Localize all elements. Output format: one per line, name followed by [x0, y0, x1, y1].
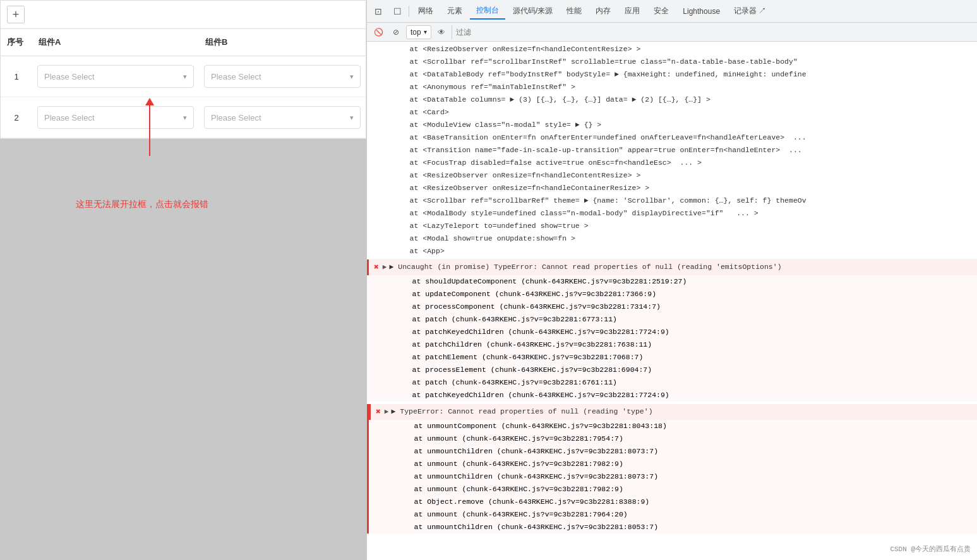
- stack-line: at patch (chunk-643RKEHC.js?v=9c3b2281:6…: [367, 313, 977, 326]
- row-num-2: 2: [1, 110, 32, 125]
- error-header-2: ✖ ▶ ▶ TypeError: Cannot read properties …: [369, 404, 977, 420]
- dropdown-arrow-icon: ▾: [424, 28, 427, 35]
- device-icon-btn[interactable]: ☐: [388, 3, 406, 20]
- eye-icon-btn[interactable]: 👁: [434, 25, 449, 40]
- error-block-1: ✖ ▶ ▶ Uncaught (in promise) TypeError: C…: [367, 259, 977, 402]
- tab-sources[interactable]: 源代码/来源: [506, 3, 559, 19]
- filter-input[interactable]: [452, 25, 973, 39]
- stack-line: at patchKeyedChildren (chunk-643RKEHC.js…: [367, 389, 977, 402]
- stack-line: at processElement (chunk-643RKEHC.js?v=9…: [367, 364, 977, 376]
- console-line: at <App>: [367, 245, 977, 258]
- error-text-2: ▶ TypeError: Cannot read properties of n…: [391, 406, 652, 417]
- select-a-1[interactable]: Please Select ▾: [37, 65, 194, 88]
- stack-line: at patchKeyedChildren (chunk-643RKEHC.js…: [367, 326, 977, 338]
- watermark: CSDN @今天的西瓜有点贵: [890, 544, 971, 554]
- add-button[interactable]: +: [7, 6, 25, 23]
- select-a-1-wrapper: Please Select ▾: [32, 63, 199, 90]
- console-line: at <Anonymous ref="mainTableInstRef" >: [367, 81, 977, 93]
- select-a-2-wrapper: Please Select ▾: [32, 104, 199, 131]
- console-output: at <ResizeObserver onResize=fn<handleCon…: [367, 42, 977, 560]
- error-icon: ✖: [374, 262, 379, 273]
- console-line: at <ResizeObserver onResize=fn<handleCon…: [367, 43, 977, 56]
- stack-line: at Object.remove (chunk-643RKEHC.js?v=9c…: [369, 496, 977, 508]
- col-header-num: 序号: [1, 34, 32, 51]
- stack-line: at updateComponent (chunk-643RKEHC.js?v=…: [367, 288, 977, 301]
- table-container: + 序号 组件A 组件B 1 Please Select ▾ Please Se…: [0, 0, 366, 139]
- stack-line: at patchChildren (chunk-643RKEHC.js?v=9c…: [367, 338, 977, 351]
- console-line: at <DataTableBody ref="bodyInstRef" body…: [367, 68, 977, 81]
- select-b-2-wrapper: Please Select ▾: [199, 104, 366, 131]
- tab-performance[interactable]: 性能: [560, 3, 588, 19]
- stack-line: at processComponent (chunk-643RKEHC.js?v…: [367, 301, 977, 313]
- error-header-1: ✖ ▶ ▶ Uncaught (in promise) TypeError: C…: [367, 259, 977, 275]
- select-a-2-label: Please Select: [44, 113, 95, 122]
- table-header: 序号 组件A 组件B: [1, 29, 366, 56]
- console-line: at <ModuleView class="n-modal" style= ► …: [367, 119, 977, 131]
- select-a-2[interactable]: Please Select ▾: [37, 106, 194, 129]
- stack-trace-block: at <ResizeObserver onResize=fn<handleCon…: [367, 42, 977, 259]
- stack-line: at unmount (chunk-643RKEHC.js?v=9c3b2281…: [369, 458, 977, 470]
- console-line: at <LazyTeleport to=undefined show=true …: [367, 220, 977, 232]
- inspect-icon-btn[interactable]: ⊡: [369, 3, 387, 20]
- filter-icon-btn[interactable]: ⊘: [388, 25, 404, 40]
- tab-lighthouse[interactable]: Lighthouse: [676, 4, 726, 18]
- error-icon: ✖: [376, 407, 381, 418]
- devtools-tabs-bar: ⊡ ☐ 网络 元素 控制台 源代码/来源 性能 内存 应用 安全 Lightho…: [367, 0, 977, 23]
- console-line: at <FocusTrap disabled=false active=true…: [367, 157, 977, 169]
- console-line: at <Scrollbar ref="scrollbarInstRef" scr…: [367, 56, 977, 68]
- console-line: at <DataTable columns= ► (3) [{…}, {…}, …: [367, 93, 977, 106]
- tab-security[interactable]: 安全: [647, 3, 675, 19]
- col-header-b: 组件B: [199, 34, 366, 51]
- stack-line: at unmountComponent (chunk-643RKEHC.js?v…: [369, 420, 977, 432]
- console-line: at <Card>: [367, 106, 977, 119]
- error1-stack: at shouldUpdateComponent (chunk-643RKEHC…: [367, 275, 977, 402]
- select-a-1-label: Please Select: [44, 72, 95, 81]
- error-text-1: ▶ Uncaught (in promise) TypeError: Canno…: [389, 261, 781, 273]
- chevron-down-icon: ▾: [183, 114, 187, 122]
- tab-network[interactable]: 网络: [412, 3, 440, 19]
- col-header-a: 组件A: [32, 34, 199, 51]
- expand-icon[interactable]: ▶: [383, 261, 387, 273]
- tab-memory[interactable]: 内存: [589, 3, 617, 19]
- devtools-toolbar: 🚫 ⊘ top ▾ 👁: [367, 23, 977, 42]
- stack-line: at unmount (chunk-643RKEHC.js?v=9c3b2281…: [369, 508, 977, 521]
- stack-line: at patchElement (chunk-643RKEHC.js?v=9c3…: [367, 351, 977, 364]
- top-select[interactable]: top ▾: [406, 25, 431, 39]
- error-block-2: ✖ ▶ ▶ TypeError: Cannot read properties …: [367, 404, 977, 533]
- chevron-down-icon: ▾: [183, 73, 187, 81]
- table-row: 1 Please Select ▾ Please Select ▾: [1, 56, 366, 97]
- stack-line: at unmount (chunk-643RKEHC.js?v=9c3b2281…: [369, 483, 977, 496]
- chevron-down-icon: ▾: [350, 73, 354, 81]
- table-row: 2 Please Select ▾ Please Select ▾: [1, 97, 366, 138]
- expand-icon[interactable]: ▶: [385, 406, 389, 417]
- left-panel: + 序号 组件A 组件B 1 Please Select ▾ Please Se…: [0, 0, 366, 560]
- stack-line: at shouldUpdateComponent (chunk-643RKEHC…: [367, 275, 977, 288]
- select-b-1[interactable]: Please Select ▾: [204, 65, 361, 88]
- clear-icon-btn[interactable]: 🚫: [371, 25, 386, 40]
- row-num-1: 1: [1, 69, 32, 84]
- devtools-panel: ⊡ ☐ 网络 元素 控制台 源代码/来源 性能 内存 应用 安全 Lightho…: [366, 0, 977, 560]
- annotation-text: 这里无法展开拉框，点击就会报错: [76, 199, 208, 210]
- stack-line: at unmountChildren (chunk-643RKEHC.js?v=…: [369, 445, 977, 458]
- stack-line: at unmountChildren (chunk-643RKEHC.js?v=…: [369, 470, 977, 483]
- console-line: at <Transition name="fade-in-scale-up-tr…: [367, 144, 977, 157]
- annotation-arrow: [145, 98, 154, 156]
- select-b-1-wrapper: Please Select ▾: [199, 63, 366, 90]
- select-b-2-label: Please Select: [211, 113, 261, 122]
- stack-line: at unmount (chunk-643RKEHC.js?v=9c3b2281…: [369, 432, 977, 445]
- stack-line: at patch (chunk-643RKEHC.js?v=9c3b2281:6…: [367, 376, 977, 389]
- error2-stack: at unmountComponent (chunk-643RKEHC.js?v…: [369, 420, 977, 533]
- tab-separator: [409, 6, 409, 17]
- tab-console[interactable]: 控制台: [470, 3, 505, 20]
- select-b-2[interactable]: Please Select ▾: [204, 106, 361, 129]
- console-line: at <ResizeObserver onResize=fn<handleCon…: [367, 169, 977, 182]
- console-line: at <Scrollbar ref="scrollbarRef" theme= …: [367, 194, 977, 207]
- console-line: at <Modal show=true onUpdate:show=fn >: [367, 232, 977, 245]
- add-btn-row: +: [1, 1, 366, 29]
- arrow-head-icon: [145, 98, 154, 105]
- console-line: at <ResizeObserver onResize=fn<handleCon…: [367, 182, 977, 194]
- tab-application[interactable]: 应用: [618, 3, 646, 19]
- tab-recorder[interactable]: 记录器 ↗: [728, 3, 772, 19]
- tab-elements[interactable]: 元素: [441, 3, 469, 19]
- top-label: top: [411, 28, 421, 37]
